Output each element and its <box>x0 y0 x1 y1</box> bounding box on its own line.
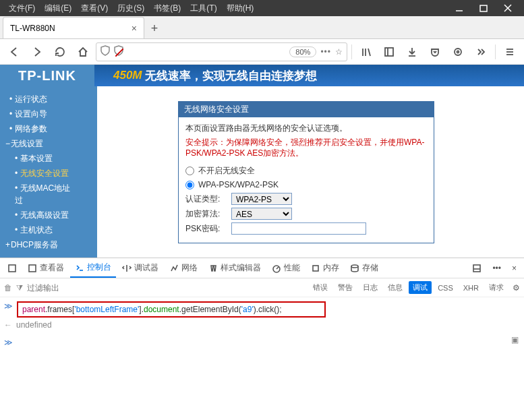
filter-icon[interactable]: ⧩ <box>16 283 23 293</box>
sidebar-item-advanced[interactable]: 无线高级设置 <box>0 208 84 222</box>
trash-icon[interactable]: 🗑 <box>4 283 12 293</box>
bookmark-star-icon[interactable]: ☆ <box>335 47 343 57</box>
chip-xhr[interactable]: XHR <box>459 282 483 293</box>
chip-css[interactable]: CSS <box>434 282 457 293</box>
devtools-tab-debugger[interactable]: 调试器 <box>117 259 163 277</box>
extensions-icon[interactable] <box>448 42 468 62</box>
panel-title: 无线网络安全设置 <box>179 102 434 117</box>
svg-rect-7 <box>385 48 393 56</box>
panel-note: 本页面设置路由器无线网络的安全认证选项。 <box>185 123 427 134</box>
devtools-tab-inspector[interactable]: 查看器 <box>23 259 69 277</box>
menu-help[interactable]: 帮助(H) <box>222 3 259 14</box>
psk-input[interactable] <box>231 222 366 235</box>
download-icon[interactable] <box>402 42 422 62</box>
router-content: 无线网络安全设置 本页面设置路由器无线网络的安全认证选项。 安全提示：为保障网络… <box>84 86 524 258</box>
devtools: 查看器 控制台 调试器 网络 样式编辑器 性能 内存 存储 ••• × 🗑 ⧩ … <box>0 258 524 420</box>
new-tab-button[interactable]: + <box>144 18 165 38</box>
encryption-label: 加密算法: <box>185 208 226 220</box>
console-settings-icon[interactable]: ⚙ <box>513 283 520 293</box>
chip-info[interactable]: 信息 <box>384 281 407 294</box>
console-body[interactable]: ≫ parent.frames['bottomLeftFrame'].docum… <box>0 297 524 351</box>
console-prompt-icon: ≫ <box>4 338 13 347</box>
sidebar-item-wizard[interactable]: 设置向导 <box>0 107 84 121</box>
sidebar-item-network[interactable]: 网络参数 <box>0 121 84 136</box>
tab-title: TL-WR880N <box>10 24 55 33</box>
settings-panel: 无线网络安全设置 本页面设置路由器无线网络的安全认证选项。 安全提示：为保障网络… <box>178 101 434 243</box>
chip-debug[interactable]: 调试 <box>409 281 432 294</box>
sidebar-item-dhcp[interactable]: +DHCP服务器 <box>0 237 84 252</box>
nav-toolbar: 80% ••• ☆ <box>0 39 524 65</box>
devtools-tab-memory[interactable]: 内存 <box>306 259 344 277</box>
filter-input[interactable] <box>27 283 209 293</box>
browser-tab[interactable]: TL-WR880N × <box>3 17 144 38</box>
chip-log[interactable]: 日志 <box>359 281 382 294</box>
chip-requests[interactable]: 请求 <box>485 281 508 294</box>
menu-edit[interactable]: 编辑(E) <box>40 3 76 14</box>
svg-rect-16 <box>29 265 36 272</box>
psk-label: PSK密码: <box>185 223 226 235</box>
devtools-more-icon[interactable]: ••• <box>488 260 506 276</box>
tracking-off-icon <box>114 45 123 58</box>
svg-point-20 <box>351 265 358 268</box>
devtools-tab-performance[interactable]: 性能 <box>267 259 305 277</box>
zoom-badge[interactable]: 80% <box>289 47 316 57</box>
tab-close-icon[interactable]: × <box>132 23 137 34</box>
menu-bookmarks[interactable]: 书签(B) <box>149 3 185 14</box>
page-content: TP-LINK 450M 无线速率，实现无线自由连接梦想 运行状态 设置向导 网… <box>0 65 524 258</box>
home-button[interactable] <box>73 42 93 62</box>
sidebar-item-basic[interactable]: 基本设置 <box>0 151 84 166</box>
sidebar-icon[interactable] <box>379 42 399 62</box>
auth-type-select[interactable]: WPA2-PS <box>231 193 292 205</box>
sidebar-item-status[interactable]: 运行状态 <box>0 92 84 107</box>
menu-history[interactable]: 历史(S) <box>113 3 149 14</box>
radio-wpa-psk[interactable] <box>185 181 194 189</box>
radio-no-security[interactable] <box>185 167 194 175</box>
console-result: ← undefined <box>4 319 520 331</box>
sidebar-item-hosts[interactable]: 主机状态 <box>0 222 84 237</box>
console-filter-bar: 🗑 ⧩ 错误 警告 日志 信息 调试 CSS XHR 请求 ⚙ <box>0 278 524 297</box>
banner-slogan: 450M 无线速率，实现无线自由连接梦想 <box>94 65 524 86</box>
back-button[interactable] <box>4 42 24 62</box>
forward-button[interactable] <box>27 42 47 62</box>
chip-warn[interactable]: 警告 <box>334 281 357 294</box>
router-sidebar: 运行状态 设置向导 网络参数 −无线设置 基本设置 无线安全设置 无线MAC地址… <box>0 86 84 258</box>
chip-error[interactable]: 错误 <box>309 281 332 294</box>
library-icon[interactable] <box>356 42 376 62</box>
sidebar-item-wireless[interactable]: −无线设置 <box>0 136 84 151</box>
window-close[interactable] <box>496 0 520 16</box>
menu-view[interactable]: 查看(V) <box>76 3 113 14</box>
sidebar-item-macfilter[interactable]: 无线MAC地址过 <box>0 181 84 208</box>
window-minimize[interactable] <box>447 0 471 16</box>
menu-bar: 文件(F) 编辑(E) 查看(V) 历史(S) 书签(B) 工具(T) 帮助(H… <box>0 0 524 16</box>
auth-type-label: 认证类型: <box>185 193 226 205</box>
app-menu-icon[interactable] <box>500 42 520 62</box>
reload-button[interactable] <box>50 42 70 62</box>
window-maximize[interactable] <box>471 0 496 16</box>
menu-file[interactable]: 文件(F) <box>4 3 40 14</box>
svg-line-6 <box>368 49 370 56</box>
banner: TP-LINK 450M 无线速率，实现无线自由连接梦想 <box>0 65 524 86</box>
console-input-executed: parent.frames['bottomLeftFrame'].documen… <box>17 301 326 318</box>
svg-rect-15 <box>9 265 16 272</box>
devtools-iframe-select[interactable] <box>3 260 22 276</box>
devtools-tab-style[interactable]: 样式编辑器 <box>204 259 266 277</box>
pocket-icon[interactable] <box>425 42 445 62</box>
shield-icon <box>100 45 110 58</box>
encryption-select[interactable]: AES <box>231 208 292 220</box>
sidebar-item-security[interactable]: 无线安全设置 <box>0 166 84 181</box>
devtools-tab-storage[interactable]: 存储 <box>345 259 383 277</box>
page-actions-icon[interactable]: ••• <box>320 47 331 57</box>
console-split-icon[interactable]: ▣ <box>511 335 519 344</box>
console-prompt-icon: ≫ <box>4 301 13 311</box>
radio-wpa-psk-label: WPA-PSK/WPA2-PSK <box>198 180 279 189</box>
svg-point-10 <box>455 49 461 55</box>
url-bar[interactable]: 80% ••• ☆ <box>96 42 347 61</box>
devtools-tab-network[interactable]: 网络 <box>165 259 202 277</box>
menu-tools[interactable]: 工具(T) <box>185 3 221 14</box>
devtools-tab-console[interactable]: 控制台 <box>70 258 116 278</box>
devtools-close-icon[interactable]: × <box>507 260 521 276</box>
svg-rect-19 <box>313 266 318 271</box>
svg-rect-1 <box>480 5 487 11</box>
overflow-icon[interactable] <box>471 42 491 62</box>
devtools-dock-icon[interactable] <box>467 260 486 276</box>
